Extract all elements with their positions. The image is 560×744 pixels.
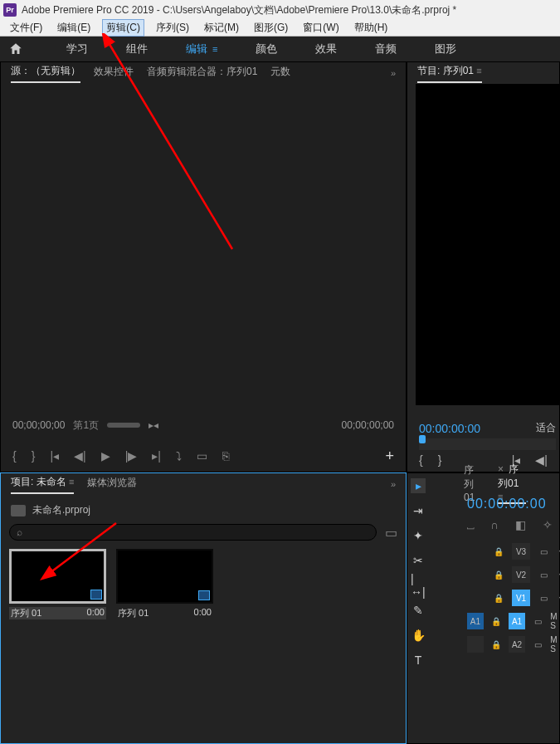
go-out-icon[interactable]: ▸| [152,449,161,463]
tabs-overflow[interactable]: » [391,479,396,489]
track-target[interactable]: V1 [512,590,530,606]
lock-icon[interactable]: 🔒 [490,640,502,649]
lock-icon[interactable]: 🔒 [492,594,505,603]
ws-effects[interactable]: 效果 [312,40,340,58]
razor-tool-icon[interactable]: ✂ [411,553,426,568]
mute-icon[interactable]: ▭ [532,640,543,649]
track-target[interactable]: V3 [512,543,530,560]
tab-metadata[interactable]: 元数 [270,65,290,82]
project-item[interactable]: 序列 010:00 [116,549,213,619]
video-track[interactable]: 🔒V3▭👁 [459,540,559,563]
zoom-slider[interactable] [107,423,140,428]
project-panel: 项目: 未命名 ≡ 媒体浏览器 » 未命名.prproj ⌕ ▭ 序列 010:… [0,472,407,744]
program-body: 00:00:00:00 适合 { } |◂ ◀| [407,84,559,472]
track-target[interactable]: V2 [512,566,530,583]
tab-effect-controls[interactable]: 效果控件 [94,65,134,82]
mark-in-icon[interactable]: { [419,453,423,467]
settings-icon[interactable]: ✧ [543,518,553,531]
hand-tool-icon[interactable]: ✋ [411,628,426,643]
eye-icon[interactable]: 👁 [557,547,560,556]
menu-help[interactable]: 帮助(H) [351,20,392,36]
ws-color[interactable]: 颜色 [252,40,280,58]
ws-editing[interactable]: 编辑≡ [183,40,221,58]
step-fwd-icon[interactable]: |▶ [125,449,138,463]
menu-edit[interactable]: 编辑(E) [54,20,94,36]
close-icon[interactable]: × [498,463,504,475]
ws-audio[interactable]: 音频 [372,40,400,58]
marker-icon[interactable]: ◧ [515,518,526,531]
menu-file[interactable]: 文件(F) [7,20,46,36]
program-tc[interactable]: 00:00:00:00 [419,422,480,435]
timeline-panel: ▸ ⇥ ✦ ✂ |↔| ✎ ✋ T 序列01 ×序列01 ≡ 00:00:00:… [407,472,560,744]
export-frame-icon[interactable]: ⎘ [222,449,229,463]
step-icon[interactable]: ▸◂ [149,419,158,431]
type-tool-icon[interactable]: T [411,653,426,668]
program-ruler[interactable] [419,438,556,450]
tab-media-browser[interactable]: 媒体浏览器 [87,476,137,493]
lock-icon[interactable]: 🔒 [492,547,505,556]
project-tabs: 项目: 未命名 ≡ 媒体浏览器 » [1,473,406,495]
video-track[interactable]: 🔒V2▭👁 [459,563,559,586]
track-target[interactable]: A2 [509,636,525,653]
linked-icon[interactable]: ∩ [490,518,499,531]
menu-markers[interactable]: 标记(M) [201,20,242,36]
source-patch[interactable] [467,636,484,653]
video-track[interactable]: 🔒V1▭👁 [459,586,559,609]
source-page: 第1页 [73,418,99,433]
tab-program[interactable]: 节目: 序列01 ≡ [417,64,482,83]
insert-icon[interactable]: ⤵ [176,449,182,463]
program-monitor[interactable] [416,84,559,405]
menu-graphics[interactable]: 图形(G) [251,20,291,36]
mark-out-icon[interactable]: } [32,449,36,463]
menu-clip[interactable]: 剪辑(C) [102,19,144,37]
tab-source[interactable]: 源：（无剪辑） [11,64,80,83]
title-bar: Pr Adobe Premiere Pro CC 2019 - C:\Users… [0,0,560,20]
mark-out-icon[interactable]: } [438,453,442,467]
toggle-output-icon[interactable]: ▭ [537,594,550,603]
toggle-output-icon[interactable]: ▭ [537,547,550,556]
hamburger-icon[interactable]: ≡ [212,44,217,54]
mute-solo[interactable]: M S [550,635,560,653]
tab-audio-mixer[interactable]: 音频剪辑混合器：序列01 [147,65,257,82]
source-patch[interactable]: A1 [467,613,484,629]
tab-project[interactable]: 项目: 未命名 ≡ [11,475,74,494]
audio-track[interactable]: A1🔒A1▭M S [459,609,559,633]
pen-tool-icon[interactable]: ✎ [411,603,426,618]
snap-icon[interactable]: ⎵ [467,518,474,531]
go-in-icon[interactable]: |◂ [50,449,59,463]
project-item[interactable]: 序列 010:00 [9,549,106,619]
play-icon[interactable]: ▶ [101,449,110,463]
overwrite-icon[interactable]: ▭ [197,449,207,463]
menu-window[interactable]: 窗口(W) [299,20,342,36]
program-zoom[interactable]: 适合 [536,421,556,435]
menu-sequence[interactable]: 序列(S) [153,20,192,36]
timeline-tc[interactable]: 00:00:00:00 [467,497,547,512]
ws-assembly[interactable]: 组件 [123,40,151,58]
sort-icon[interactable]: ▭ [385,525,397,541]
slip-tool-icon[interactable]: |↔| [411,578,426,593]
playhead-icon[interactable] [419,435,426,443]
lock-icon[interactable]: 🔒 [490,617,502,626]
ws-graphics[interactable]: 图形 [431,40,460,58]
add-button-icon[interactable]: + [385,448,394,465]
audio-track[interactable]: 🔒A2▭M S [459,633,559,656]
eye-icon[interactable]: 👁 [557,570,560,580]
mute-icon[interactable]: ▭ [532,617,543,626]
search-input[interactable]: ⌕ [9,524,377,541]
lock-icon[interactable]: 🔒 [492,570,505,580]
mute-solo[interactable]: M S [550,612,560,630]
ripple-tool-icon[interactable]: ✦ [411,528,426,543]
window-title: Adobe Premiere Pro CC 2019 - C:\Users\An… [22,3,456,17]
mark-in-icon[interactable]: { [12,449,17,463]
tabs-overflow[interactable]: » [391,68,396,78]
ws-learn[interactable]: 学习 [63,40,91,58]
selection-tool-icon[interactable]: ▸ [411,478,426,493]
toggle-output-icon[interactable]: ▭ [537,570,550,580]
track-target[interactable]: A1 [509,613,525,629]
menu-bar: 文件(F) 编辑(E) 剪辑(C) 序列(S) 标记(M) 图形(G) 窗口(W… [0,20,560,37]
track-select-tool-icon[interactable]: ⇥ [411,503,426,518]
step-back-icon[interactable]: ◀| [74,449,86,463]
step-back-icon[interactable]: ◀| [535,453,548,467]
home-button[interactable] [5,38,27,60]
eye-icon[interactable]: 👁 [557,594,560,603]
